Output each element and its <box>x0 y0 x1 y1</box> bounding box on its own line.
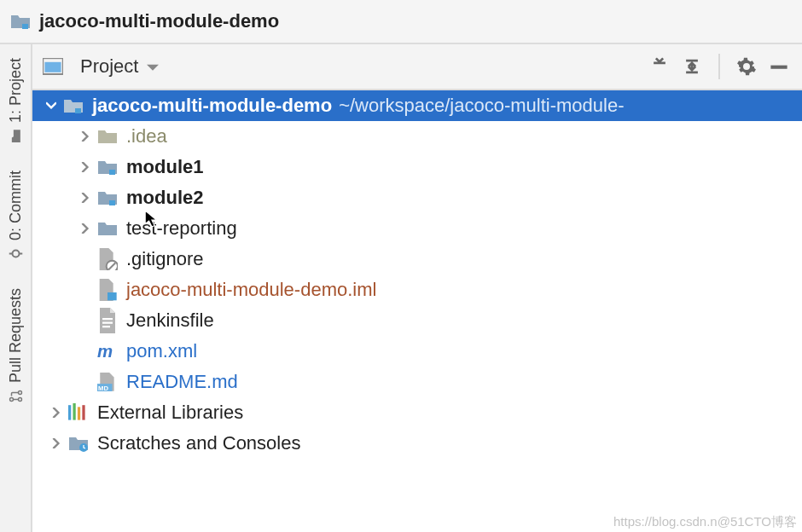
svg-rect-15 <box>108 292 117 300</box>
svg-point-1 <box>12 251 19 257</box>
chevron-right-icon[interactable] <box>49 437 63 450</box>
svg-text:m: m <box>97 342 113 361</box>
tree-row[interactable]: .gitignore <box>32 244 802 275</box>
svg-rect-11 <box>109 170 115 175</box>
tree-node-label: External Libraries <box>97 402 243 424</box>
tree-row[interactable]: MDREADME.md <box>32 367 802 397</box>
watermark: https://blog.csdn.n@51CTO博客 <box>613 514 797 530</box>
window-icon <box>43 57 63 76</box>
tree-row[interactable]: test-reporting <box>32 213 802 244</box>
svg-rect-9 <box>770 66 787 69</box>
svg-rect-24 <box>78 407 80 419</box>
tree-scratches[interactable]: Scratches and Consoles <box>32 428 802 459</box>
project-toolbar: Project <box>32 44 802 90</box>
file-icon <box>97 311 118 330</box>
tree-node-label: module2 <box>126 187 203 209</box>
tree-external-libraries[interactable]: External Libraries <box>32 397 802 428</box>
folder-icon <box>9 128 22 146</box>
pull-request-icon <box>9 388 22 406</box>
svg-rect-8 <box>44 62 61 72</box>
tree-root-row[interactable]: jacoco-multi-module-demo ~/workspace/jac… <box>32 90 802 121</box>
svg-rect-25 <box>82 405 84 419</box>
libraries-icon <box>68 403 89 422</box>
tree-row[interactable]: Jenkinsfile <box>32 305 802 336</box>
breadcrumb: jacoco-multi-module-demo <box>0 0 802 44</box>
tree-row[interactable]: module2 <box>32 182 802 213</box>
scratches-icon <box>68 434 89 453</box>
svg-point-6 <box>18 391 21 395</box>
svg-point-5 <box>18 398 21 402</box>
chevron-right-icon[interactable] <box>78 130 92 143</box>
project-view-label: Project <box>80 55 138 78</box>
tree-row[interactable]: module1 <box>32 152 802 182</box>
chevron-right-icon[interactable] <box>78 160 92 174</box>
svg-rect-16 <box>102 318 113 320</box>
chevron-right-icon[interactable] <box>78 222 92 235</box>
breadcrumb-project[interactable]: jacoco-multi-module-demo <box>39 10 279 32</box>
folder-icon <box>10 12 31 31</box>
expand-all-icon[interactable] <box>679 54 705 79</box>
collapse-all-icon[interactable] <box>647 54 672 79</box>
iml-file-icon <box>97 280 118 299</box>
markdown-icon: MD <box>97 373 118 391</box>
chevron-down-icon <box>147 55 159 78</box>
left-tab-label: 1: Project <box>7 58 25 123</box>
project-tree[interactable]: jacoco-multi-module-demo ~/workspace/jac… <box>32 90 802 532</box>
svg-rect-22 <box>68 405 71 419</box>
toolbar-separator <box>718 54 720 79</box>
left-gutter: 1: Project 0: Commit Pull Requests <box>0 44 32 532</box>
svg-rect-0 <box>22 24 28 29</box>
chevron-right-icon[interactable] <box>49 406 63 419</box>
tree-row[interactable]: mpom.xml <box>32 336 802 367</box>
gear-icon[interactable] <box>734 54 759 79</box>
maven-icon: m <box>97 342 118 361</box>
tree-row[interactable]: jacoco-multi-module-demo.iml <box>32 275 802 305</box>
svg-rect-17 <box>102 322 113 324</box>
left-tab-commit[interactable]: 0: Commit <box>5 162 26 269</box>
left-tab-label: 0: Commit <box>7 171 25 240</box>
tree-node-label: module1 <box>126 156 203 178</box>
svg-rect-10 <box>75 108 81 113</box>
folder-icon <box>97 158 118 176</box>
tree-node-label: pom.xml <box>126 340 197 362</box>
folder-icon <box>97 127 118 146</box>
tree-node-label: test-reporting <box>126 217 237 240</box>
left-tab-label: Pull Requests <box>7 288 25 383</box>
tree-node-label: README.md <box>126 371 238 393</box>
chevron-right-icon[interactable] <box>78 191 92 205</box>
tree-node-path: ~/workspace/jacoco-multi-module- <box>339 95 624 117</box>
svg-rect-12 <box>109 200 115 205</box>
svg-rect-18 <box>102 326 110 327</box>
svg-rect-23 <box>73 403 75 420</box>
left-tab-pull-requests[interactable]: Pull Requests <box>5 280 26 412</box>
tree-node-label: .gitignore <box>126 248 204 270</box>
tree-node-label: Scratches and Consoles <box>97 432 300 454</box>
folder-icon <box>97 219 118 238</box>
tree-row[interactable]: .idea <box>32 121 802 152</box>
tree-node-label: jacoco-multi-module-demo <box>92 95 332 117</box>
svg-point-4 <box>9 398 13 402</box>
gitignore-icon <box>97 250 118 269</box>
folder-icon <box>97 188 118 207</box>
tree-node-label: .idea <box>126 125 167 147</box>
tree-node-label: Jenkinsfile <box>126 309 214 332</box>
module-folder-icon <box>63 96 84 115</box>
left-tab-project[interactable]: 1: Project <box>5 49 26 152</box>
chevron-down-icon[interactable] <box>44 99 58 113</box>
project-view-selector[interactable]: Project <box>43 55 159 78</box>
hide-icon[interactable] <box>766 54 792 79</box>
commit-icon <box>9 246 22 263</box>
svg-text:MD: MD <box>98 385 108 391</box>
tree-node-label: jacoco-multi-module-demo.iml <box>126 279 376 301</box>
